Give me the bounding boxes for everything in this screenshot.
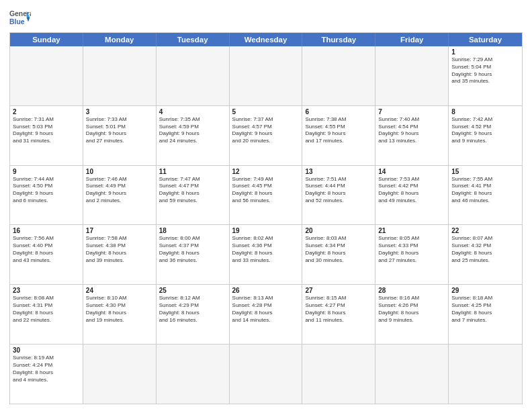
calendar-cell: 28Sunrise: 8:16 AM Sunset: 4:26 PM Dayli… [375, 285, 449, 344]
day-info: Sunrise: 8:03 AM Sunset: 4:34 PM Dayligh… [305, 235, 372, 264]
calendar-cell: 10Sunrise: 7:46 AM Sunset: 4:49 PM Dayli… [83, 166, 157, 225]
calendar-cell [375, 345, 449, 404]
calendar-cell: 24Sunrise: 8:10 AM Sunset: 4:30 PM Dayli… [83, 285, 157, 344]
day-info: Sunrise: 7:42 AM Sunset: 4:52 PM Dayligh… [451, 116, 519, 145]
day-number: 25 [159, 287, 226, 294]
header-day-friday: Friday [375, 33, 449, 46]
day-info: Sunrise: 8:02 AM Sunset: 4:36 PM Dayligh… [232, 235, 300, 264]
day-number: 9 [13, 168, 80, 175]
day-info: Sunrise: 8:16 AM Sunset: 4:26 PM Dayligh… [378, 295, 445, 324]
generalblue-logo-icon: General Blue [9, 7, 31, 28]
calendar-cell: 16Sunrise: 7:56 AM Sunset: 4:40 PM Dayli… [10, 225, 83, 284]
calendar-row-2: 2Sunrise: 7:31 AM Sunset: 5:03 PM Daylig… [10, 106, 522, 166]
calendar-cell: 1Sunrise: 7:29 AM Sunset: 5:04 PM Daylig… [449, 46, 522, 105]
day-info: Sunrise: 7:49 AM Sunset: 4:45 PM Dayligh… [232, 176, 300, 205]
calendar-cell: 21Sunrise: 8:05 AM Sunset: 4:33 PM Dayli… [375, 225, 449, 284]
day-number: 1 [451, 48, 519, 56]
day-info: Sunrise: 7:53 AM Sunset: 4:42 PM Dayligh… [378, 176, 445, 205]
svg-marker-3 [27, 17, 30, 21]
day-number: 3 [86, 108, 153, 116]
calendar-cell: 19Sunrise: 8:02 AM Sunset: 4:36 PM Dayli… [230, 225, 303, 284]
calendar-cell: 27Sunrise: 8:15 AM Sunset: 4:27 PM Dayli… [302, 285, 375, 344]
day-info: Sunrise: 8:19 AM Sunset: 4:24 PM Dayligh… [13, 355, 80, 383]
day-number: 17 [86, 227, 153, 234]
calendar-row-1: 1Sunrise: 7:29 AM Sunset: 5:04 PM Daylig… [10, 46, 522, 106]
calendar-cell: 17Sunrise: 7:58 AM Sunset: 4:38 PM Dayli… [83, 225, 157, 284]
day-number: 20 [305, 227, 372, 234]
calendar-cell: 9Sunrise: 7:44 AM Sunset: 4:50 PM Daylig… [10, 166, 83, 225]
day-info: Sunrise: 7:55 AM Sunset: 4:41 PM Dayligh… [451, 176, 519, 205]
calendar-cell: 12Sunrise: 7:49 AM Sunset: 4:45 PM Dayli… [230, 166, 303, 225]
day-number: 14 [378, 168, 445, 175]
calendar-row-4: 16Sunrise: 7:56 AM Sunset: 4:40 PM Dayli… [10, 225, 522, 285]
calendar: SundayMondayTuesdayWednesdayThursdayFrid… [9, 32, 523, 404]
calendar-cell [157, 46, 230, 105]
calendar-cell [157, 345, 230, 404]
day-info: Sunrise: 8:18 AM Sunset: 4:25 PM Dayligh… [451, 295, 519, 324]
day-number: 6 [305, 108, 372, 116]
header-day-monday: Monday [83, 33, 157, 46]
day-info: Sunrise: 7:33 AM Sunset: 5:01 PM Dayligh… [86, 116, 153, 145]
day-info: Sunrise: 8:08 AM Sunset: 4:31 PM Dayligh… [13, 295, 80, 324]
calendar-cell: 4Sunrise: 7:35 AM Sunset: 4:59 PM Daylig… [157, 106, 230, 165]
calendar-cell [302, 46, 375, 105]
calendar-row-3: 9Sunrise: 7:44 AM Sunset: 4:50 PM Daylig… [10, 166, 522, 226]
calendar-cell: 25Sunrise: 8:12 AM Sunset: 4:29 PM Dayli… [157, 285, 230, 344]
logo: General Blue [9, 7, 31, 28]
day-info: Sunrise: 8:05 AM Sunset: 4:33 PM Dayligh… [378, 235, 445, 264]
day-info: Sunrise: 8:12 AM Sunset: 4:29 PM Dayligh… [159, 295, 226, 324]
day-number: 7 [378, 108, 445, 116]
day-info: Sunrise: 7:31 AM Sunset: 5:03 PM Dayligh… [13, 116, 80, 145]
calendar-cell: 29Sunrise: 8:18 AM Sunset: 4:25 PM Dayli… [449, 285, 522, 344]
day-number: 22 [451, 227, 519, 234]
day-number: 16 [13, 227, 80, 234]
day-info: Sunrise: 8:10 AM Sunset: 4:30 PM Dayligh… [86, 295, 153, 324]
calendar-cell: 18Sunrise: 8:00 AM Sunset: 4:37 PM Dayli… [157, 225, 230, 284]
header-day-tuesday: Tuesday [157, 33, 230, 46]
day-number: 21 [378, 227, 445, 234]
calendar-row-5: 23Sunrise: 8:08 AM Sunset: 4:31 PM Dayli… [10, 285, 522, 345]
calendar-cell: 13Sunrise: 7:51 AM Sunset: 4:44 PM Dayli… [302, 166, 375, 225]
header-day-saturday: Saturday [449, 33, 522, 46]
day-number: 5 [232, 108, 300, 116]
calendar-body: 1Sunrise: 7:29 AM Sunset: 5:04 PM Daylig… [10, 46, 522, 404]
day-info: Sunrise: 8:00 AM Sunset: 4:37 PM Dayligh… [159, 235, 226, 264]
calendar-cell: 7Sunrise: 7:40 AM Sunset: 4:54 PM Daylig… [375, 106, 449, 165]
day-info: Sunrise: 7:29 AM Sunset: 5:04 PM Dayligh… [451, 56, 519, 85]
calendar-cell [83, 46, 157, 105]
calendar-cell: 22Sunrise: 8:07 AM Sunset: 4:32 PM Dayli… [449, 225, 522, 284]
calendar-cell: 14Sunrise: 7:53 AM Sunset: 4:42 PM Dayli… [375, 166, 449, 225]
calendar-cell: 23Sunrise: 8:08 AM Sunset: 4:31 PM Dayli… [10, 285, 83, 344]
day-number: 12 [232, 168, 300, 175]
header-day-sunday: Sunday [10, 33, 83, 46]
day-info: Sunrise: 7:56 AM Sunset: 4:40 PM Dayligh… [13, 235, 80, 264]
calendar-cell: 15Sunrise: 7:55 AM Sunset: 4:41 PM Dayli… [449, 166, 522, 225]
day-number: 2 [13, 108, 80, 116]
day-number: 13 [305, 168, 372, 175]
header: General Blue [9, 7, 523, 28]
day-info: Sunrise: 7:40 AM Sunset: 4:54 PM Dayligh… [378, 116, 445, 145]
svg-text:Blue: Blue [9, 18, 25, 26]
calendar-header: SundayMondayTuesdayWednesdayThursdayFrid… [10, 33, 522, 46]
day-info: Sunrise: 8:07 AM Sunset: 4:32 PM Dayligh… [451, 235, 519, 264]
page: General Blue SundayMondayTuesdayWednesda… [0, 0, 532, 411]
day-info: Sunrise: 8:15 AM Sunset: 4:27 PM Dayligh… [305, 295, 372, 324]
day-number: 29 [451, 287, 519, 294]
calendar-cell [449, 345, 522, 404]
day-number: 8 [451, 108, 519, 116]
day-number: 28 [378, 287, 445, 294]
day-number: 19 [232, 227, 300, 234]
calendar-cell: 5Sunrise: 7:37 AM Sunset: 4:57 PM Daylig… [230, 106, 303, 165]
day-info: Sunrise: 8:13 AM Sunset: 4:28 PM Dayligh… [232, 295, 300, 324]
calendar-cell [375, 46, 449, 105]
day-number: 23 [13, 287, 80, 294]
day-number: 4 [159, 108, 226, 116]
day-info: Sunrise: 7:47 AM Sunset: 4:47 PM Dayligh… [159, 176, 226, 205]
calendar-cell [230, 345, 303, 404]
calendar-row-6: 30Sunrise: 8:19 AM Sunset: 4:24 PM Dayli… [10, 345, 522, 404]
calendar-cell [302, 345, 375, 404]
calendar-cell: 11Sunrise: 7:47 AM Sunset: 4:47 PM Dayli… [157, 166, 230, 225]
calendar-cell: 3Sunrise: 7:33 AM Sunset: 5:01 PM Daylig… [83, 106, 157, 165]
day-info: Sunrise: 7:35 AM Sunset: 4:59 PM Dayligh… [159, 116, 226, 145]
calendar-cell: 30Sunrise: 8:19 AM Sunset: 4:24 PM Dayli… [10, 345, 83, 404]
